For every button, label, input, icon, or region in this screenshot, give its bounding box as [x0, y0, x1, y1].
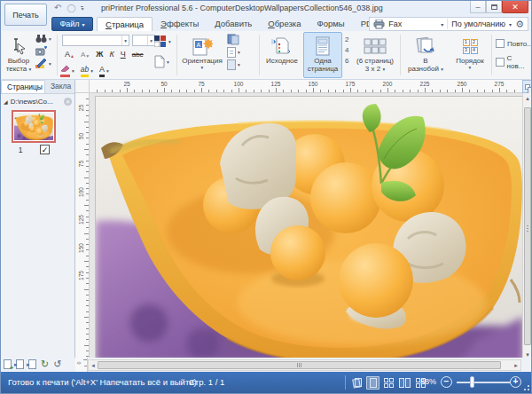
six-pages-button[interactable]: (6 страниц) 3 x 2 ▾	[353, 32, 397, 78]
ruler-tick	[306, 90, 307, 92]
select-text-label2: текста	[6, 65, 27, 73]
underline-button[interactable]: Ч	[120, 50, 127, 59]
rotate-ccw-icon[interactable]: ↺	[53, 359, 61, 370]
vertical-scroll-thumb[interactable]	[524, 107, 531, 345]
find-button[interactable]: ▾	[35, 34, 51, 43]
scroll-up-icon[interactable]: ▴	[523, 93, 532, 103]
ruler-tick	[86, 210, 89, 211]
font-family-combo[interactable]: ▾	[62, 35, 129, 46]
shrink-font-button[interactable]: А▼	[80, 51, 90, 59]
text-highlight-color-button[interactable]: ab ▾	[81, 65, 93, 77]
vertical-scrollbar[interactable]: ▴ ▾	[522, 93, 532, 359]
view-facing-button[interactable]	[398, 376, 411, 390]
pages-2-button[interactable]: 2	[345, 35, 348, 43]
insert-after-button[interactable]: ▸	[28, 359, 36, 369]
newpage-checkbox[interactable]	[496, 58, 505, 67]
pages-4-button[interactable]: 4	[345, 46, 348, 54]
maximize-button[interactable]	[486, 1, 502, 13]
tab-add[interactable]: Добавить	[207, 17, 260, 31]
rotate-cw-icon[interactable]: ↻	[41, 359, 49, 370]
draw-tool-button[interactable]: ▾	[35, 59, 51, 68]
chevron-down-icon: ▾	[82, 21, 85, 28]
ruler-label: 25	[78, 102, 84, 114]
printer-name[interactable]: Fax	[388, 20, 437, 28]
ruler-tick	[134, 90, 135, 92]
theme-colors-button[interactable]: ▾	[154, 35, 171, 47]
chevron-down-icon: ▾	[147, 35, 154, 45]
preview-canvas[interactable]	[90, 93, 522, 359]
zoom-in-button[interactable]: +	[510, 376, 521, 388]
zoom-out-button[interactable]: −	[441, 376, 452, 388]
customize-quick-access-icon[interactable]: ▾	[81, 6, 83, 12]
gear-icon[interactable]: ⚙	[515, 20, 524, 29]
tree-expander-icon[interactable]: ◢	[4, 98, 8, 105]
ruler-tick	[86, 266, 89, 267]
ruler-options-icon[interactable]	[522, 80, 532, 93]
strikethrough-button[interactable]: abc	[131, 51, 145, 59]
ruler-tick	[477, 90, 478, 92]
print-button[interactable]: Печать	[4, 4, 47, 26]
pages-6-button[interactable]: 6	[345, 57, 348, 65]
printer-profile[interactable]: По умолчанию	[451, 20, 505, 28]
select-text-button[interactable]: Выбор текста ▾	[4, 32, 34, 78]
redo-icon[interactable]: ◯	[66, 4, 75, 12]
ruler-tick	[86, 322, 89, 323]
tab-bookmarks-panel[interactable]: Закла	[45, 80, 74, 93]
view-single-page-button[interactable]	[366, 376, 379, 390]
ruler-label: 50	[78, 130, 84, 142]
group-divider	[491, 35, 492, 75]
font-size-combo[interactable]: ▾	[132, 35, 155, 46]
file-menu-button[interactable]: Файл▾	[51, 17, 93, 31]
undo-icon[interactable]: ↶	[54, 3, 61, 12]
page-enabled-checkbox[interactable]: ✓	[40, 145, 50, 154]
tab-shapes[interactable]: Формы	[309, 17, 352, 31]
page-color-scheme-button[interactable]	[227, 34, 240, 45]
tab-pages-panel[interactable]: Страницы	[1, 80, 45, 93]
close-button[interactable]: ✕	[502, 1, 528, 13]
page-size-button[interactable]: ▾	[227, 47, 240, 58]
close-document-icon[interactable]: ✕	[64, 98, 72, 106]
page-background-button[interactable]: ▾	[154, 55, 169, 68]
one-page-button[interactable]: Одна страница	[303, 32, 342, 78]
profile-dropdown-icon[interactable]: ▾	[509, 21, 512, 28]
chevron-down-icon: ▾	[29, 67, 32, 72]
page-margins-button[interactable]: ▾	[227, 59, 240, 70]
tab-crop[interactable]: Обрезка	[260, 17, 309, 31]
resize-grip[interactable]	[521, 382, 529, 390]
ruler-tick	[410, 90, 411, 92]
add-page-button[interactable]: +	[4, 359, 12, 369]
order-button[interactable]: 1234 Порядок ▾	[451, 32, 489, 78]
italic-button[interactable]: К	[108, 50, 114, 59]
snapshot-button[interactable]	[35, 46, 51, 56]
view-grid-button[interactable]	[382, 376, 395, 390]
shuffle-button[interactable]: В разнобой ▾	[403, 32, 449, 78]
grow-font-button[interactable]: А▲	[64, 50, 75, 59]
horizontal-scrollbar[interactable]: ◂ ▸	[88, 359, 521, 371]
repeat-checkbox[interactable]	[496, 39, 505, 48]
page-thumbnail[interactable]	[12, 110, 56, 143]
divider	[345, 375, 346, 390]
chevron-down-icon: ▾	[441, 67, 443, 72]
bold-button[interactable]: Ж	[95, 50, 104, 59]
ruler-tick	[149, 90, 150, 92]
font-color-button[interactable]: А ▾	[99, 65, 109, 77]
tab-effects[interactable]: Эффекты	[153, 17, 207, 31]
scroll-left-icon[interactable]: ◂	[89, 360, 98, 370]
scroll-right-icon[interactable]: ▸	[512, 360, 520, 370]
original-layout-button[interactable]: Исходное	[262, 32, 301, 78]
six-pages-label: (6 страниц)	[356, 57, 394, 65]
insert-before-button[interactable]: ▸	[16, 359, 24, 369]
ribbon: Выбор текста ▾ ▾ ▾ ▾ ▾ А▲ А▼ Ж К Ч abc	[2, 31, 530, 80]
printer-dropdown-icon[interactable]: ▾	[441, 21, 443, 28]
zoom-slider-thumb[interactable]	[470, 376, 474, 388]
bottom-strip: + ▸ ▸ ↻ ↺ 0 ◂ ▸	[1, 358, 531, 372]
binoculars-icon	[35, 34, 47, 43]
minimize-button[interactable]: –	[470, 1, 486, 13]
document-tree-item[interactable]: ◢ D:\news\Co... ✕	[1, 94, 74, 107]
zoom-slider-track[interactable]	[457, 382, 510, 383]
horizontal-scroll-thumb[interactable]	[98, 361, 501, 369]
view-multipage-button[interactable]	[350, 376, 364, 390]
tab-page[interactable]: Страница	[97, 17, 153, 31]
orientation-button[interactable]: A Ориентация ▾	[182, 32, 223, 78]
highlight-pen-button[interactable]: ▾	[60, 64, 74, 77]
